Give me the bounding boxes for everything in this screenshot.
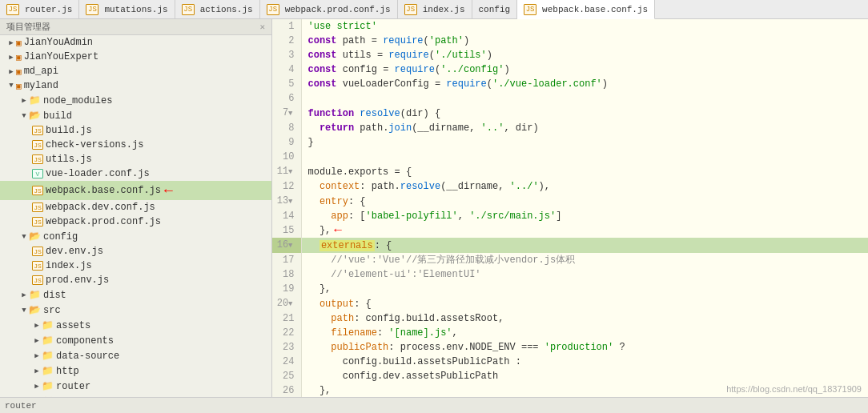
tree-label-index-js: index.js bbox=[46, 260, 92, 271]
line-number: 24 bbox=[272, 355, 301, 369]
tree-item-utils-js[interactable]: JS utils.js bbox=[0, 152, 271, 166]
tab-webpack-base[interactable]: JS webpack.base.conf.js bbox=[517, 0, 655, 19]
code-line-11: 11▼ module.exports = { bbox=[272, 164, 868, 179]
tree-item-index-js[interactable]: JS index.js bbox=[0, 259, 271, 273]
tree-item-http[interactable]: ▶ 📁 http bbox=[0, 363, 271, 379]
folder-icon: 📁 bbox=[42, 319, 54, 331]
chevron-right-icon: ▶ bbox=[32, 367, 42, 375]
tree-item-dist[interactable]: ▶ 📁 dist bbox=[0, 287, 271, 303]
chevron-right-icon: ▶ bbox=[32, 336, 42, 345]
chevron-down-icon: ▼ bbox=[6, 82, 16, 90]
tree-item-config[interactable]: ▼ 📂 config bbox=[0, 229, 271, 244]
tree-item-md_api[interactable]: ▶ ▣ md_api bbox=[0, 64, 271, 78]
tree-item-webpack-base-conf[interactable]: JS webpack.base.conf.js ← bbox=[0, 181, 271, 200]
code-line-3: 3 const utils = require('./utils') bbox=[272, 48, 868, 62]
tree-label-build: build bbox=[43, 110, 72, 122]
sidebar: 项目管理器 ✕ ▶ ▣ JianYouAdmin ▶ ▣ JianYouExpe… bbox=[0, 19, 272, 397]
tree-label-myland: myland bbox=[24, 80, 58, 91]
tree-label-webpack-base-conf: webpack.base.conf.js bbox=[46, 185, 161, 196]
code-line-10: 10 bbox=[272, 150, 868, 164]
code-line-25: 25 config.dev.assetsPublicPath bbox=[272, 369, 868, 383]
code-line-1: 1 'use strict' bbox=[272, 19, 868, 34]
line-number: 2 bbox=[272, 34, 301, 48]
js-file-icon: JS bbox=[32, 126, 43, 135]
tab-router[interactable]: JS router.js bbox=[0, 0, 79, 18]
code-line-4: 4 const config = require('../config') bbox=[272, 62, 868, 77]
tab-index[interactable]: JS index.js bbox=[398, 0, 472, 18]
tree-item-jianyouadmin[interactable]: ▶ ▣ JianYouAdmin bbox=[0, 35, 271, 50]
main-content: 项目管理器 ✕ ▶ ▣ JianYouAdmin ▶ ▣ JianYouExpe… bbox=[0, 19, 868, 397]
line-content: }, bbox=[301, 383, 868, 397]
line-content: entry: { bbox=[301, 194, 868, 209]
line-number: 15 bbox=[272, 223, 301, 238]
folder-w-icon: ▣ bbox=[16, 52, 22, 62]
tab-actions-label: actions.js bbox=[200, 5, 253, 14]
code-line-6: 6 bbox=[272, 91, 868, 106]
chevron-right-icon: ▶ bbox=[19, 291, 29, 299]
line-number: 7▼ bbox=[272, 106, 301, 121]
chevron-right-icon: ▶ bbox=[6, 53, 16, 62]
line-number: 16▼ bbox=[272, 238, 301, 253]
tab-config[interactable]: config bbox=[472, 0, 518, 18]
code-line-21: 21 path: config.build.assetsRoot, bbox=[272, 311, 868, 326]
code-line-24: 24 config.build.assetsPublicPath : bbox=[272, 355, 868, 369]
tree-item-build[interactable]: ▼ 📂 build bbox=[0, 108, 271, 123]
line-number: 26 bbox=[272, 383, 301, 397]
code-line-8: 8 return path.join(__dirname, '..', dir) bbox=[272, 121, 868, 135]
code-line-9: 9 } bbox=[272, 135, 868, 150]
tree-label-data-source: data-source bbox=[56, 351, 119, 362]
tree-item-src[interactable]: ▼ 📂 src bbox=[0, 303, 271, 318]
line-content: app: ['babel-polyfill', './src/main.js'] bbox=[301, 209, 868, 223]
tree-item-check-versions[interactable]: JS check-versions.js bbox=[0, 138, 271, 152]
tree-item-router[interactable]: ▶ 📁 router bbox=[0, 379, 271, 394]
chevron-right-icon: ▶ bbox=[32, 351, 42, 360]
line-content: //'element-ui':'ElementUI' bbox=[301, 267, 868, 282]
tree-label-node_modules: node_modules bbox=[43, 95, 112, 106]
tree-item-myland[interactable]: ▼ ▣ myland bbox=[0, 78, 271, 93]
line-number: 8 bbox=[272, 121, 301, 135]
tree-item-components[interactable]: ▶ 📁 components bbox=[0, 333, 271, 348]
tree-item-data-source[interactable]: ▶ 📁 data-source bbox=[0, 348, 271, 363]
tab-router-label: router.js bbox=[25, 5, 72, 14]
tree-label-components: components bbox=[56, 335, 114, 347]
code-line-23: 23 publicPath: process.env.NODE_ENV === … bbox=[272, 340, 868, 355]
tab-mutations[interactable]: JS mutations.js bbox=[79, 0, 175, 18]
tab-actions[interactable]: JS actions.js bbox=[175, 0, 260, 18]
tab-webpack-prod[interactable]: JS webpack.prod.conf.js bbox=[260, 0, 398, 18]
code-editor[interactable]: 1 'use strict' 2 const path = require('p… bbox=[272, 19, 868, 397]
tree-item-vue-loader-conf[interactable]: V vue-loader.conf.js bbox=[0, 166, 271, 181]
chevron-down-icon: ▼ bbox=[19, 307, 29, 315]
code-line-14: 14 app: ['babel-polyfill', './src/main.j… bbox=[272, 209, 868, 223]
code-line-20: 20▼ output: { bbox=[272, 296, 868, 311]
tree-label-webpack-dev-conf: webpack.dev.conf.js bbox=[46, 202, 155, 213]
line-number: 4 bbox=[272, 62, 301, 77]
tree-item-node_modules[interactable]: ▶ 📁 node_modules bbox=[0, 93, 271, 108]
line-number: 19 bbox=[272, 282, 301, 296]
js-file-icon: JS bbox=[32, 186, 43, 195]
tree-item-webpack-prod-conf[interactable]: JS webpack.prod.conf.js bbox=[0, 215, 271, 229]
tree-label-src: src bbox=[43, 305, 61, 316]
js-file-icon: JS bbox=[32, 202, 43, 212]
folder-icon: 📁 bbox=[42, 350, 54, 362]
sidebar-close-icon[interactable]: ✕ bbox=[259, 22, 265, 32]
tree-item-assets[interactable]: ▶ 📁 assets bbox=[0, 318, 271, 333]
tree-item-prod-env[interactable]: JS prod.env.js bbox=[0, 273, 271, 287]
tree-item-webpack-dev-conf[interactable]: JS webpack.dev.conf.js bbox=[0, 200, 271, 215]
code-line-19: 19 }, bbox=[272, 282, 868, 296]
sidebar-title: 项目管理器 bbox=[6, 21, 50, 33]
bottom-bar: router bbox=[0, 397, 868, 413]
line-number: 10 bbox=[272, 150, 301, 164]
chevron-right-icon: ▶ bbox=[6, 67, 16, 76]
js-file-icon: JS bbox=[32, 140, 43, 150]
line-content: const config = require('../config') bbox=[301, 62, 868, 77]
tab-js-icon: JS bbox=[524, 4, 536, 15]
line-content: module.exports = { bbox=[301, 164, 868, 179]
tree-item-dev-env[interactable]: JS dev.env.js bbox=[0, 244, 271, 259]
line-content: const utils = require('./utils') bbox=[301, 48, 868, 62]
tree-item-build-js[interactable]: JS build.js bbox=[0, 123, 271, 138]
folder-open-icon: 📂 bbox=[29, 231, 41, 243]
tree-label-utils-js: utils.js bbox=[46, 154, 92, 165]
code-line-12: 12 context: path.resolve(__dirname, '../… bbox=[272, 179, 868, 194]
tree-item-jianyouexpert[interactable]: ▶ ▣ JianYouExpert bbox=[0, 50, 271, 64]
tab-mutations-label: mutations.js bbox=[104, 5, 167, 14]
